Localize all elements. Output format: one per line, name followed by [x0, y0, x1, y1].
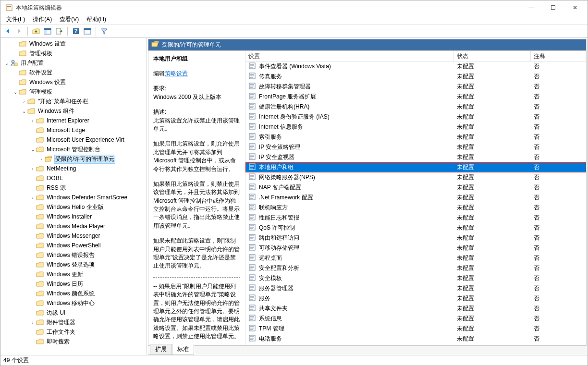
- menu-help[interactable]: 帮助(H): [83, 14, 110, 24]
- minimize-button[interactable]: —: [521, 0, 542, 15]
- tree-item[interactable]: ·OOBE: [0, 173, 147, 183]
- list-row[interactable]: NAP 客户端配置未配置否: [245, 183, 586, 193]
- menu-view[interactable]: 查看(V): [56, 14, 83, 24]
- tree-item[interactable]: ·即时搜索: [0, 337, 147, 346]
- list-row[interactable]: 安全模板未配置否: [245, 273, 586, 283]
- tree-item[interactable]: ·Windows 更新: [0, 269, 147, 279]
- tree-item[interactable]: ·Windows Messenger: [0, 231, 147, 241]
- list-row[interactable]: 本地用户和组未配置否: [245, 162, 586, 172]
- tree-item[interactable]: ·软件设置: [0, 68, 147, 77]
- list-row[interactable]: IP 安全监视器未配置否: [245, 152, 586, 162]
- list-row[interactable]: 路由和远程访问未配置否: [245, 233, 586, 243]
- list-row[interactable]: 健康注册机构(HRA)未配置否: [245, 102, 586, 112]
- tab-standard[interactable]: 标准: [172, 344, 194, 355]
- list-row[interactable]: 联机响应方未配置否: [245, 203, 586, 213]
- tree-panel[interactable]: ·Windows 设置·管理模板⌄用户配置·软件设置·Windows 设置⌄管理…: [0, 38, 147, 355]
- right-panel: 受限的/许可的管理单元 本地用户和组 编辑策略设置 要求:Windows 200…: [147, 38, 588, 355]
- list-row[interactable]: Internet 信息服务未配置否: [245, 122, 586, 132]
- list-row[interactable]: Internet 身份验证服务 (IAS)未配置否: [245, 112, 586, 122]
- tree-item[interactable]: ›NetMeeting: [0, 164, 147, 173]
- back-button[interactable]: [2, 26, 13, 37]
- tree-item[interactable]: ·Windows Hello 企业版: [0, 202, 147, 212]
- tree-item[interactable]: ·Windows Installer: [0, 212, 147, 221]
- edit-policy-link[interactable]: 策略设置: [165, 70, 188, 77]
- tree-item[interactable]: ·管理模板: [0, 49, 147, 58]
- tree-item[interactable]: ·Microsoft User Experience Virt: [0, 135, 147, 145]
- tree-item[interactable]: ⌄Microsoft 管理控制台: [0, 145, 147, 154]
- list-row[interactable]: IP 安全策略管理未配置否: [245, 142, 586, 152]
- tree-item[interactable]: ›"开始"菜单和任务栏: [0, 97, 147, 106]
- help-button[interactable]: ?: [71, 26, 81, 37]
- list-row[interactable]: 系统信息未配置否: [245, 314, 586, 324]
- tree-item[interactable]: ·Windows 移动中心: [0, 298, 147, 308]
- menu-action[interactable]: 操作(A): [29, 14, 56, 24]
- list-row[interactable]: 共享文件夹未配置否: [245, 304, 586, 314]
- tree-item[interactable]: ·Windows PowerShell: [0, 241, 147, 250]
- maximize-button[interactable]: ☐: [542, 0, 564, 15]
- tree-item[interactable]: ›受限的/许可的管理单元: [0, 154, 147, 164]
- list-row[interactable]: 故障转移群集管理器未配置否: [245, 82, 586, 92]
- chevron-right-icon[interactable]: ›: [29, 118, 36, 123]
- list-row[interactable]: 电话服务未配置否: [245, 334, 586, 344]
- list-row[interactable]: QoS 许可控制未配置否: [245, 223, 586, 233]
- column-header-state[interactable]: 状态: [454, 51, 531, 61]
- tree-item[interactable]: ·Windows Media Player: [0, 221, 147, 231]
- tree-item[interactable]: ·工作文件夹: [0, 327, 147, 337]
- show-hide-tree-button[interactable]: [42, 26, 53, 37]
- chevron-down-icon[interactable]: ⌄: [12, 89, 19, 95]
- list-row[interactable]: 安全配置和分析未配置否: [245, 263, 586, 273]
- tree-item[interactable]: ⌄Windows 组件: [0, 106, 147, 116]
- cell-note: 否: [531, 83, 586, 91]
- chevron-right-icon[interactable]: ›: [29, 320, 36, 325]
- up-level-button[interactable]: [31, 26, 41, 37]
- tree-item[interactable]: ›Internet Explorer: [0, 116, 147, 125]
- cell-setting: 电话服务: [245, 334, 454, 343]
- tab-extended[interactable]: 扩展: [150, 344, 172, 355]
- list-body[interactable]: 事件查看器 (Windows Vista)未配置否传真服务未配置否故障转移群集管…: [245, 61, 586, 345]
- list-row[interactable]: 索引服务未配置否: [245, 132, 586, 142]
- chevron-down-icon[interactable]: ⌄: [3, 61, 10, 66]
- list-row[interactable]: 服务器管理器未配置否: [245, 283, 586, 293]
- tree-item[interactable]: ·Windows 登录选项: [0, 260, 147, 269]
- chevron-right-icon[interactable]: ›: [29, 195, 36, 200]
- cell-setting: FrontPage 服务器扩展: [245, 92, 454, 101]
- chevron-down-icon[interactable]: ⌄: [21, 109, 27, 114]
- list-row[interactable]: 传真服务未配置否: [245, 72, 586, 82]
- tree-item[interactable]: ⌄管理模板: [0, 87, 147, 97]
- tree-item[interactable]: ·RSS 源: [0, 183, 147, 193]
- tree-item[interactable]: ⌄用户配置: [0, 58, 147, 68]
- tree-item[interactable]: ·Microsoft Edge: [0, 125, 147, 135]
- list-row[interactable]: TPM 管理未配置否: [245, 324, 586, 334]
- cell-setting: IP 安全监视器: [245, 153, 454, 162]
- properties-button[interactable]: [82, 26, 93, 37]
- list-row[interactable]: 服务未配置否: [245, 293, 586, 304]
- column-header-setting[interactable]: 设置: [245, 51, 454, 61]
- tree-item[interactable]: ›Windows Defender SmartScree: [0, 193, 147, 202]
- detail-pane[interactable]: 本地用户和组 编辑策略设置 要求:Windows 2000 及以上版本 描述:此…: [148, 51, 245, 345]
- filter-button[interactable]: [99, 26, 110, 37]
- close-button[interactable]: ✕: [564, 0, 586, 15]
- list-row[interactable]: .Net Framework 配置未配置否: [245, 193, 586, 203]
- tree-item[interactable]: ·Windows 设置: [0, 77, 147, 87]
- list-row[interactable]: 性能日志和警报未配置否: [245, 213, 586, 223]
- tree-item[interactable]: ·Windows 颜色系统: [0, 289, 147, 298]
- tree-item[interactable]: ·Windows 日历: [0, 279, 147, 289]
- forward-button[interactable]: [14, 26, 24, 37]
- chevron-right-icon[interactable]: ›: [38, 157, 45, 162]
- tree-item[interactable]: ·边缘 UI: [0, 308, 147, 317]
- export-list-button[interactable]: [54, 26, 64, 37]
- chevron-right-icon[interactable]: ›: [21, 99, 27, 104]
- list-row[interactable]: 可移动存储管理未配置否: [245, 243, 586, 253]
- list-row[interactable]: FrontPage 服务器扩展未配置否: [245, 92, 586, 102]
- column-header-note[interactable]: 注释: [531, 51, 586, 61]
- list-row[interactable]: 远程桌面未配置否: [245, 253, 586, 263]
- chevron-down-icon[interactable]: ⌄: [29, 147, 36, 152]
- list-row[interactable]: 事件查看器 (Windows Vista)未配置否: [245, 61, 586, 72]
- chevron-right-icon[interactable]: ›: [29, 166, 36, 171]
- tree-item[interactable]: ·Windows 设置: [0, 39, 147, 49]
- menu-file[interactable]: 文件(F): [2, 14, 29, 24]
- tree-item[interactable]: ›附件管理器: [0, 317, 147, 327]
- policy-setting-icon: [248, 102, 256, 111]
- tree-item[interactable]: ·Windows 错误报告: [0, 250, 147, 260]
- list-row[interactable]: 网络策略服务器(NPS)未配置否: [245, 172, 586, 183]
